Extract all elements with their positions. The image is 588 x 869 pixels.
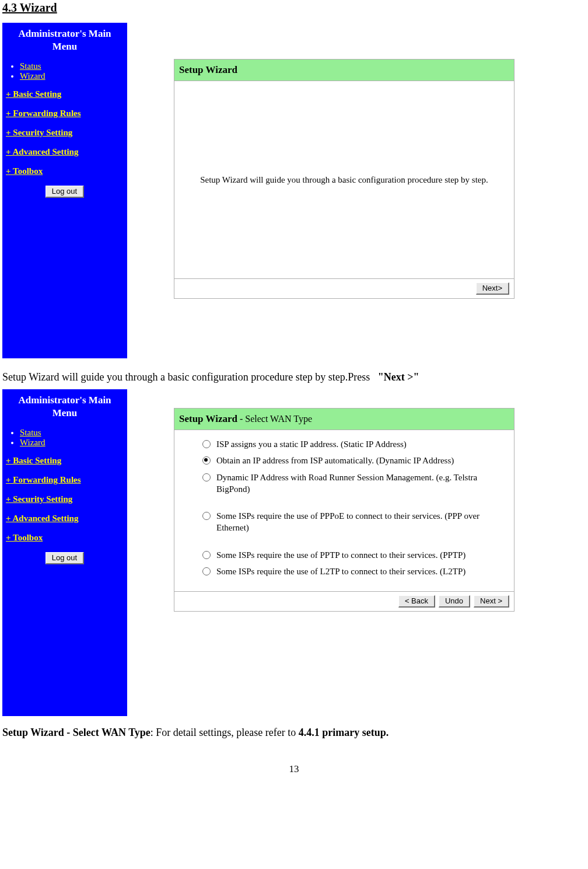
sidebar-2: Administrator's Main Menu Status Wizard …: [2, 389, 127, 716]
sidebar-forwarding-rules-2[interactable]: + Forwarding Rules: [6, 475, 124, 485]
sidebar-security-setting[interactable]: + Security Setting: [6, 128, 124, 138]
sidebar-title2-line1: Administrator's Main: [18, 395, 111, 406]
panel-footer-2: < Back Undo Next >: [174, 592, 514, 611]
wan-options: ISP assigns you a static IP address. (St…: [174, 430, 514, 592]
radio-icon[interactable]: [202, 551, 211, 559]
option-roadrunner[interactable]: Dynamic IP Address with Road Runner Sess…: [202, 472, 498, 495]
panel-footer: Next>: [174, 279, 514, 298]
panel-title-sub: - Select WAN Type: [237, 414, 312, 424]
option-label: Some ISPs require the use of PPTP to con…: [216, 549, 466, 561]
option-pptp[interactable]: Some ISPs require the use of PPTP to con…: [202, 549, 498, 561]
main-area-1: Setup Wizard Setup Wizard will guide you…: [127, 23, 516, 358]
option-pppoe[interactable]: Some ISPs require the use of PPPoE to co…: [202, 510, 498, 534]
sidebar-toolbox[interactable]: + Toolbox: [6, 166, 124, 176]
caption-2-mid: : For detail settings, please refer to: [150, 727, 299, 738]
panel-header-2: Setup Wizard - Select WAN Type: [174, 409, 514, 430]
logout-wrap: Log out: [6, 186, 124, 198]
radio-icon[interactable]: [202, 473, 211, 481]
option-label: ISP assigns you a static IP address. (St…: [216, 438, 407, 450]
sidebar-title-line1: Administrator's Main: [18, 28, 111, 39]
caption-1: Setup Wizard will guide you through a ba…: [2, 370, 586, 385]
caption-2-bold1: Setup Wizard - Select WAN Type: [2, 727, 150, 738]
sidebar-item-wizard[interactable]: Wizard: [20, 71, 124, 81]
wan-type-panel: Setup Wizard - Select WAN Type ISP assig…: [174, 408, 514, 612]
page-number: 13: [0, 763, 588, 775]
panel-title: Setup Wizard: [179, 64, 237, 75]
status-link[interactable]: Status: [20, 61, 41, 71]
next-button[interactable]: Next>: [476, 282, 509, 295]
radio-icon[interactable]: [202, 440, 211, 448]
caption-1-bold: "Next >": [378, 371, 419, 383]
sidebar-title-line2: Menu: [52, 41, 78, 52]
sidebar-title2-line2: Menu: [52, 407, 78, 418]
sidebar-basic-setting[interactable]: + Basic Setting: [6, 89, 124, 99]
caption-2: Setup Wizard - Select WAN Type: For deta…: [2, 725, 586, 740]
radio-icon-selected[interactable]: [202, 456, 211, 465]
wizard-link[interactable]: Wizard: [20, 71, 46, 81]
setup-wizard-panel: Setup Wizard Setup Wizard will guide you…: [174, 59, 514, 299]
router-ui-1: Administrator's Main Menu Status Wizard …: [2, 23, 516, 358]
back-button[interactable]: < Back: [398, 595, 435, 608]
sidebar-forwarding-rules[interactable]: + Forwarding Rules: [6, 109, 124, 118]
option-dynamic-ip[interactable]: Obtain an IP address from ISP automatica…: [202, 455, 498, 466]
logout-button[interactable]: Log out: [46, 186, 84, 198]
option-label: Dynamic IP Address with Road Runner Sess…: [216, 472, 498, 495]
panel-header: Setup Wizard: [174, 60, 514, 81]
wizard-intro-text: Setup Wizard will guide you through a ba…: [200, 175, 488, 185]
router-ui-2: Administrator's Main Menu Status Wizard …: [2, 389, 516, 716]
next-button-2[interactable]: Next >: [474, 595, 509, 608]
main-area-2: Setup Wizard - Select WAN Type ISP assig…: [127, 389, 516, 716]
caption-2-bold2: 4.4.1 primary setup.: [299, 727, 389, 738]
sidebar-quicklinks: Status Wizard: [6, 61, 124, 81]
undo-button[interactable]: Undo: [439, 595, 470, 608]
sidebar-quicklinks-2: Status Wizard: [6, 428, 124, 448]
sidebar-advanced-setting-2[interactable]: + Advanced Setting: [6, 514, 124, 524]
option-l2tp[interactable]: Some ISPs require the use of L2TP to con…: [202, 566, 498, 577]
caption-1-text: Setup Wizard will guide you through a ba…: [2, 371, 370, 383]
sidebar-basic-setting-2[interactable]: + Basic Setting: [6, 456, 124, 466]
option-static-ip[interactable]: ISP assigns you a static IP address. (St…: [202, 438, 498, 450]
sidebar-advanced-setting[interactable]: + Advanced Setting: [6, 147, 124, 157]
radio-icon[interactable]: [202, 567, 211, 575]
sidebar-title: Administrator's Main Menu: [6, 27, 124, 53]
logout-wrap-2: Log out: [6, 552, 124, 564]
sidebar-title-2: Administrator's Main Menu: [6, 394, 124, 420]
wizard-link-2[interactable]: Wizard: [20, 438, 46, 447]
radio-icon[interactable]: [202, 512, 211, 520]
logout-button-2[interactable]: Log out: [46, 552, 84, 564]
sidebar-item-status[interactable]: Status: [20, 61, 124, 71]
sidebar-item-status-2[interactable]: Status: [20, 428, 124, 438]
status-link-2[interactable]: Status: [20, 428, 41, 437]
option-label: Obtain an IP address from ISP automatica…: [216, 455, 454, 466]
option-label: Some ISPs require the use of PPPoE to co…: [216, 510, 498, 534]
sidebar-security-setting-2[interactable]: + Security Setting: [6, 494, 124, 504]
panel-title-strong: Setup Wizard: [179, 413, 237, 424]
sidebar-item-wizard-2[interactable]: Wizard: [20, 438, 124, 448]
sidebar: Administrator's Main Menu Status Wizard …: [2, 23, 127, 358]
page-title: 4.3 Wizard: [2, 1, 586, 15]
sidebar-toolbox-2[interactable]: + Toolbox: [6, 533, 124, 543]
panel-body: Setup Wizard will guide you through a ba…: [174, 81, 514, 279]
option-label: Some ISPs require the use of L2TP to con…: [216, 566, 466, 577]
